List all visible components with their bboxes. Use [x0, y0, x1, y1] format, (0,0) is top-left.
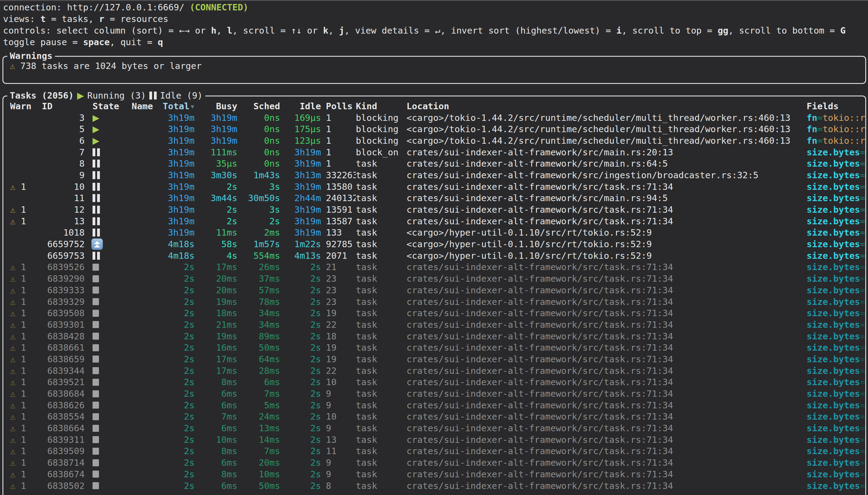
duration-idle: 3h19m [295, 147, 321, 157]
field-value: tokio::r [822, 124, 865, 134]
field-key: size.bytes [807, 147, 860, 157]
column-header-busy[interactable]: Busy [195, 101, 237, 112]
cell-state: ▶ [85, 113, 124, 123]
cell-location: <cargo>/hyper-util-0.1.10/src/rt/tokio.r… [406, 239, 807, 249]
task-row[interactable]: ⚠ 168395212s8ms6ms2s10taskcrates/sui-ind… [3, 377, 865, 388]
duration-total: 3h19m [168, 170, 195, 181]
cell-fields: fn=tokio::r [807, 113, 865, 123]
task-row[interactable]: ⚠ 168386612s16ms50ms2s19taskcrates/sui-i… [3, 342, 865, 353]
cell-state [85, 482, 124, 489]
column-header-sched[interactable]: Sched [237, 101, 280, 112]
field-equals: = [860, 389, 865, 399]
cell-polls: 133 [321, 227, 356, 238]
task-row[interactable]: 83h19m35µs0ns3h19m1taskcrates/sui-indexe… [3, 158, 865, 169]
column-header-warn[interactable]: Warn [7, 101, 36, 112]
field-key: size.bytes [807, 239, 860, 249]
duration-total: 2s [184, 262, 195, 272]
cell-location: crates/sui-indexer-alt-framework/src/tas… [406, 411, 807, 422]
text-segment: , [328, 25, 339, 36]
cell-sched: 2ms [237, 227, 280, 238]
task-row[interactable]: 3▶3h19m3h19m0ns169µs1blocking<cargo>/tok… [3, 112, 865, 124]
task-row[interactable]: 93h19m3m30s1m43s3h13m3322633taskcrates/s… [3, 169, 865, 181]
column-header-kind[interactable]: Kind [356, 101, 406, 112]
field-equals: = [860, 273, 865, 284]
task-row[interactable]: ⚠ 168392902s20ms37ms2s23taskcrates/sui-i… [3, 273, 865, 285]
task-row[interactable]: ⚠ 168395262s17ms26ms2s21taskcrates/sui-i… [3, 261, 865, 273]
task-row[interactable]: ⚠ 168393012s21ms34ms2s22taskcrates/sui-i… [3, 319, 865, 330]
task-row[interactable]: ⚠ 168393332s20ms57ms2s23taskcrates/sui-i… [3, 285, 865, 296]
task-row[interactable]: 73h19m111ms0ns3h19m1block_oncrates/sui-i… [3, 147, 865, 158]
task-row[interactable]: ⚠ 168395082s18ms34ms2s19taskcrates/sui-i… [3, 307, 865, 319]
cell-location: crates/sui-indexer-alt-framework/src/tas… [406, 182, 807, 192]
task-row[interactable]: 66597534m18s4s554ms4m13s2071task<cargo>/… [3, 250, 865, 261]
task-row[interactable]: ⚠ 168393292s19ms78ms2s23taskcrates/sui-i… [3, 296, 865, 308]
task-row[interactable]: ⚠ 1133h19m2s2s3h19m13587taskcrates/sui-i… [3, 216, 865, 227]
duration-sched: 1m57s [253, 239, 280, 249]
task-row[interactable]: ⚠ 168386262s6ms5ms2s9taskcrates/sui-inde… [3, 399, 865, 411]
column-header-fields[interactable]: Fields [807, 101, 865, 112]
column-header-idle[interactable]: Idle [280, 101, 321, 112]
task-row[interactable]: ⚠ 168386742s8ms10ms2s9taskcrates/sui-ind… [3, 468, 865, 480]
cell-fields: size.bytes= [807, 182, 865, 192]
duration-sched: 0ns [264, 158, 280, 169]
task-row[interactable]: ⚠ 168387142s6ms20ms2s9taskcrates/sui-ind… [3, 457, 865, 468]
task-row[interactable]: ⚠ 1103h19m2s3s3h19m13580taskcrates/sui-i… [3, 181, 865, 192]
duration-idle: 2s [310, 320, 321, 330]
task-row[interactable]: ⚠ 1123h19m2s3s3h19m13591taskcrates/sui-i… [3, 204, 865, 216]
duration-idle: 2s [310, 434, 321, 445]
field-equals: = [860, 342, 865, 353]
cell-idle: 2s [280, 446, 321, 456]
task-row[interactable]: 5▶3h19m3h19m0ns175µs1blocking<cargo>/tok… [3, 123, 865, 135]
task-row[interactable]: ⚠ 168385022s6ms50ms2s8taskcrates/sui-ind… [3, 480, 865, 492]
cell-id: 6659753 [36, 251, 85, 261]
task-row[interactable]: 6▶3h19m3h19m0ns123µs1blocking<cargo>/tok… [3, 135, 865, 147]
duration-total: 2s [184, 273, 195, 284]
field-value: tokio::r [822, 113, 865, 123]
column-header-loc[interactable]: Location [406, 101, 807, 112]
cell-warn: ⚠ 1 [7, 342, 36, 353]
task-row[interactable]: ⚠ 168386592s17ms64ms2s19taskcrates/sui-i… [3, 353, 865, 365]
cell-fields: size.bytes= [807, 170, 865, 181]
field-key: size.bytes [807, 216, 860, 226]
running-icon: ▶ [93, 113, 99, 123]
column-header-state[interactable]: State [85, 101, 124, 112]
duration-total: 3h19m [168, 227, 195, 238]
cell-sched: 64ms [237, 354, 280, 364]
task-row[interactable]: ⚠ 168393112s10ms14ms2s13taskcrates/sui-i… [3, 434, 865, 446]
task-row[interactable]: ⚠ 168385542s7ms24ms2s10taskcrates/sui-in… [3, 411, 865, 423]
task-row[interactable]: ⚠ 168386842s6ms7ms2s9taskcrates/sui-inde… [3, 388, 865, 399]
cell-id: 6838664 [36, 423, 85, 433]
cell-id: 6839344 [36, 365, 85, 376]
column-header-total[interactable]: Total▿ [158, 101, 195, 112]
cell-warn: ⚠ 1 [7, 262, 36, 272]
help-block: connection: http://127.0.0.1:6669/ (CONN… [3, 1, 846, 48]
task-row[interactable]: ⚠ 168384282s19ms89ms2s18taskcrates/sui-i… [3, 330, 865, 342]
task-row[interactable]: ⚠ 168386642s6ms13ms2s9taskcrates/sui-ind… [3, 422, 865, 434]
task-row[interactable]: ⚠ 168395092s8ms7ms2s11taskcrates/sui-ind… [3, 446, 865, 457]
text-segment: r [99, 14, 104, 24]
cell-total: 3h19m [158, 136, 195, 146]
task-row[interactable]: ⚠ 168393442s17ms28ms2s22taskcrates/sui-i… [3, 365, 865, 377]
cell-location: crates/sui-indexer-alt-framework/src/tas… [406, 308, 807, 318]
task-row[interactable]: 10183h19m11ms2ms3h19m133task<cargo>/hype… [3, 227, 865, 239]
duration-sched: 0ns [264, 113, 280, 123]
text-segment: connection: http://127.0.0.1:6669/ [3, 2, 190, 13]
column-header-polls[interactable]: Polls [321, 101, 356, 112]
column-header-name[interactable]: Name [124, 101, 158, 112]
paused-icon [93, 148, 100, 156]
cell-busy: 6ms [195, 458, 237, 468]
cell-kind: task [356, 389, 406, 399]
field-equals: = [860, 158, 865, 169]
cell-sched: 6ms [237, 377, 280, 387]
cell-fields: size.bytes= [807, 308, 865, 318]
cell-warn: ⚠ 1 [7, 204, 36, 215]
task-row[interactable]: 113h19m3m44s30m50s2h44m2401320taskcrates… [3, 192, 865, 204]
duration-total: 3h19m [168, 124, 195, 134]
field-key: fn [807, 124, 817, 134]
task-row[interactable]: 66597524m18s58s1m57s1m22s92785task<cargo… [3, 238, 865, 250]
duration-busy: 3h19m [211, 113, 237, 123]
cell-total: 2s [158, 285, 195, 295]
duration-total: 2s [184, 308, 195, 318]
column-header-id[interactable]: ID [36, 101, 85, 112]
duration-total: 2s [184, 411, 195, 422]
